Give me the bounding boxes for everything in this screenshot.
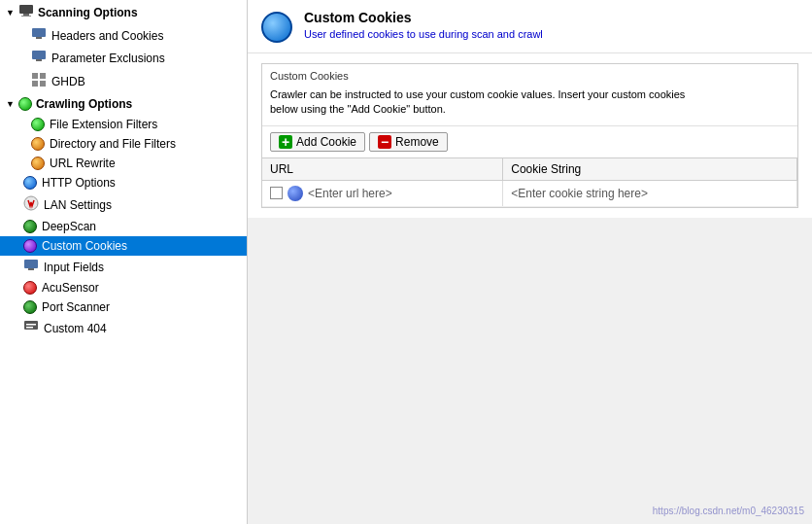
url-rewrite-icon <box>31 157 45 170</box>
section-title: Custom Cookies <box>262 64 797 86</box>
svg-rect-8 <box>40 73 46 79</box>
sidebar-monitor-icon <box>18 4 34 20</box>
sidebar-item-http-options-label: HTTP Options <box>42 176 116 190</box>
sidebar-item-dir-file-label: Directory and File Filters <box>50 137 176 151</box>
sidebar-group-crawling[interactable]: ▼ Crawling Options <box>0 93 247 115</box>
svg-rect-15 <box>26 324 36 326</box>
sidebar-item-acusensor-label: AcuSensor <box>42 281 99 295</box>
page-title: Custom Cookies <box>304 10 543 25</box>
row-checkbox[interactable] <box>270 187 283 199</box>
sidebar-group-scanning-label: Scanning Options <box>38 6 138 19</box>
svg-rect-12 <box>24 260 38 268</box>
headers-cookies-icon <box>31 27 47 44</box>
url-icon <box>288 186 303 201</box>
toolbar: + Add Cookie − Remove <box>262 125 797 157</box>
sidebar-item-input-fields[interactable]: Input Fields <box>0 256 247 278</box>
sidebar-item-headers-cookies-label: Headers and Cookies <box>51 29 163 43</box>
sidebar-item-http-options[interactable]: HTTP Options <box>0 173 247 192</box>
cookie-cell: <Enter cookie string here> <box>503 180 797 206</box>
page-header-icon <box>261 12 292 43</box>
cookie-placeholder-text[interactable]: <Enter cookie string here> <box>511 187 648 200</box>
table-row: <Enter url here> <Enter cookie string he… <box>262 180 797 206</box>
sidebar-item-ghdb-label: GHDB <box>51 75 85 88</box>
sidebar-group-crawling-label: Crawling Options <box>36 97 132 111</box>
svg-rect-4 <box>36 37 42 39</box>
page-header: Custom Cookies User defined cookies to u… <box>248 0 812 53</box>
sidebar-item-custom-404-label: Custom 404 <box>44 322 107 335</box>
svg-rect-1 <box>23 14 29 16</box>
page-subtitle: User defined cookies to use during scan … <box>304 28 543 40</box>
http-options-icon <box>23 176 37 190</box>
sidebar-item-parameter-exclusions[interactable]: Parameter Exclusions <box>0 47 247 69</box>
sidebar-item-file-ext-label: File Extension Filters <box>50 118 157 131</box>
sidebar: ▼ Scanning Options Headers and Cookies P… <box>0 0 248 524</box>
section-desc-line2: below using the "Add Cookie" button. <box>270 103 446 115</box>
sidebar-item-headers-cookies[interactable]: Headers and Cookies <box>0 24 247 47</box>
col-cookie-header: Cookie String <box>503 157 797 180</box>
sidebar-item-custom-404[interactable]: Custom 404 <box>0 317 247 339</box>
add-cookie-button[interactable]: + Add Cookie <box>270 132 365 152</box>
svg-rect-13 <box>28 268 34 270</box>
input-fields-icon <box>23 259 39 275</box>
sidebar-item-port-scanner[interactable]: Port Scanner <box>0 297 247 317</box>
svg-rect-10 <box>40 81 46 87</box>
sidebar-item-input-fields-label: Input Fields <box>44 261 104 274</box>
svg-rect-5 <box>32 51 46 59</box>
svg-rect-9 <box>32 81 38 87</box>
file-ext-icon <box>31 118 45 131</box>
acusensor-icon <box>23 281 37 295</box>
expand-icon: ▼ <box>6 8 15 17</box>
col-url-header: URL <box>262 157 503 180</box>
sidebar-item-lan-settings[interactable]: LAN Settings <box>0 192 247 217</box>
dir-file-icon <box>31 137 45 151</box>
sidebar-item-directory-file-filters[interactable]: Directory and File Filters <box>0 134 247 154</box>
sidebar-item-lan-label: LAN Settings <box>44 198 112 212</box>
sidebar-item-url-rewrite[interactable]: URL Rewrite <box>0 154 247 173</box>
url-placeholder-text[interactable]: <Enter url here> <box>308 187 392 200</box>
sidebar-item-custom-cookies[interactable]: Custom Cookies <box>0 236 247 256</box>
sidebar-item-deepscan-label: DeepScan <box>42 220 96 233</box>
watermark: https://blog.csdn.net/m0_46230315 <box>653 506 804 516</box>
section-container: Custom Cookies Crawler can be instructed… <box>261 63 798 208</box>
svg-rect-2 <box>21 16 31 17</box>
crawling-icon <box>18 97 32 111</box>
sidebar-item-file-extension-filters[interactable]: File Extension Filters <box>0 115 247 134</box>
remove-label: Remove <box>395 135 439 149</box>
sidebar-item-parameter-exclusions-label: Parameter Exclusions <box>51 52 165 65</box>
svg-rect-0 <box>19 5 33 14</box>
svg-rect-16 <box>26 327 33 329</box>
sidebar-item-port-scanner-label: Port Scanner <box>42 300 110 314</box>
svg-rect-6 <box>36 59 42 61</box>
sidebar-item-custom-cookies-label: Custom Cookies <box>42 239 127 253</box>
main-wrapper: Custom Cookies User defined cookies to u… <box>248 0 812 524</box>
ghdb-icon <box>31 72 47 90</box>
deepscan-icon <box>23 220 37 233</box>
add-icon: + <box>279 135 292 149</box>
sidebar-item-deepscan[interactable]: DeepScan <box>0 217 247 236</box>
main-content: Custom Cookies User defined cookies to u… <box>248 0 812 218</box>
custom-404-icon <box>23 320 39 336</box>
url-cell: <Enter url here> <box>262 180 503 206</box>
section-description: Crawler can be instructed to use your cu… <box>262 86 797 125</box>
lan-icon <box>23 195 39 214</box>
sidebar-item-ghdb[interactable]: GHDB <box>0 69 247 93</box>
remove-button[interactable]: − Remove <box>369 132 448 152</box>
port-scanner-icon <box>23 300 37 314</box>
custom-cookies-icon <box>23 239 37 253</box>
parameter-exclusions-icon <box>31 50 47 66</box>
add-cookie-label: Add Cookie <box>296 135 356 149</box>
svg-rect-3 <box>32 28 46 37</box>
remove-icon: − <box>378 135 391 149</box>
sidebar-item-url-rewrite-label: URL Rewrite <box>50 157 116 170</box>
cookie-table: URL Cookie String <Enter url here> <box>262 157 797 207</box>
sidebar-item-acusensor[interactable]: AcuSensor <box>0 278 247 297</box>
sidebar-group-scanning[interactable]: ▼ Scanning Options <box>0 0 247 24</box>
crawling-expand-icon: ▼ <box>6 99 15 109</box>
svg-rect-7 <box>32 73 38 79</box>
section-desc-line1: Crawler can be instructed to use your cu… <box>270 88 685 100</box>
page-header-text: Custom Cookies User defined cookies to u… <box>304 10 543 40</box>
